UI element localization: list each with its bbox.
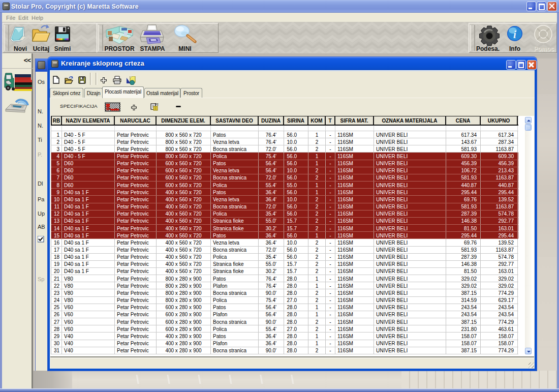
svg-text:i: i: [513, 28, 516, 41]
